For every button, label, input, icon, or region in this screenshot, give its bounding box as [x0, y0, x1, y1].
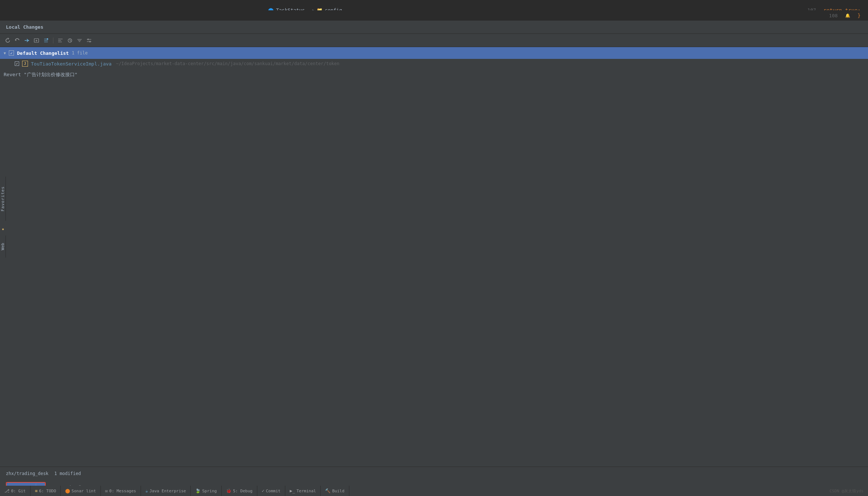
terminal-label: Terminal: [296, 489, 316, 493]
taskbar-messages[interactable]: ✉ 0: Messages: [101, 486, 141, 496]
changelist-checkbox[interactable]: [9, 50, 14, 56]
taskbar: ⎇ 0: Git ≡ 6: TODO ⬤ Sonar lint ✉ 0: Mes…: [0, 486, 868, 496]
favorites-label: Favorites: [0, 186, 5, 212]
watermark-text: CSDN @灰太狼yds: [829, 489, 864, 493]
java-enterprise-icon: ☕: [145, 488, 148, 493]
revert-text: Revert "广告计划出价修改接口": [4, 72, 77, 77]
refresh-icon: [5, 38, 11, 43]
taskbar-spring[interactable]: 🍃 Spring: [191, 486, 222, 496]
git-icon: ⎇: [4, 488, 10, 493]
git-label: 0: Git: [11, 489, 26, 493]
debug-label: 5: Debug: [233, 489, 253, 493]
changelist-name: Default Changelist: [17, 50, 69, 56]
commit-taskbar-label: Commit: [266, 489, 280, 493]
java-enterprise-label: Java Enterprise: [149, 489, 186, 493]
sonar-icon: ⬤: [65, 488, 70, 493]
messages-label: 0: Messages: [109, 489, 136, 493]
local-changes-panel: Local Changes: [0, 21, 868, 496]
spring-label: Spring: [202, 489, 217, 493]
taskbar-terminal[interactable]: ▶_ Terminal: [285, 486, 321, 496]
taskbar-todo[interactable]: ≡ 6: TODO: [31, 486, 61, 496]
watermark: CSDN @灰太狼yds: [825, 488, 868, 494]
status-bar-top: zhx/trading_desk 1 modified: [0, 467, 868, 480]
default-changelist-row[interactable]: ▼ Default Changelist 1 file: [0, 47, 868, 59]
refresh-button[interactable]: [4, 36, 12, 45]
todo-label: 6: TODO: [39, 489, 56, 493]
debug-icon: 🐞: [226, 488, 232, 493]
code-content-108: }: [858, 13, 861, 18]
build-icon: 🔨: [325, 488, 331, 493]
shelf-button[interactable]: [42, 36, 50, 45]
file-row[interactable]: J TouTiaoTokenServiceImpl.java ~/IdeaPro…: [0, 59, 868, 68]
view-options-icon: [86, 38, 92, 43]
file-checkbox[interactable]: [15, 61, 19, 66]
separator-1: [53, 38, 53, 43]
new-changelist-button[interactable]: [32, 36, 40, 45]
undo-icon: [14, 38, 20, 43]
revert-message: Revert "广告计划出价修改接口": [0, 68, 868, 81]
star-icon: ★: [1, 226, 4, 231]
collapse-arrow: ▼: [4, 51, 6, 55]
java-file-icon: J: [22, 61, 28, 67]
shelf-icon: [43, 38, 49, 43]
panel-header: Local Changes: [0, 21, 868, 34]
code-line-108: 108 🔔 }: [827, 13, 861, 18]
toolbar: [0, 34, 868, 47]
sonar-label: Sonar lint: [71, 489, 96, 493]
line-num-108: 108: [827, 13, 838, 18]
changelist-area: ▼ Default Changelist 1 file J TouTiaoTok…: [0, 47, 868, 467]
local-changes-title: Local Changes: [6, 24, 43, 30]
web-label: Web: [0, 243, 5, 250]
web-sidebar[interactable]: Web: [0, 235, 6, 258]
modified-count: 1 modified: [54, 471, 81, 476]
star-icon-area[interactable]: ★: [0, 224, 6, 233]
todo-icon: ≡: [35, 488, 38, 493]
svg-point-1: [47, 38, 48, 40]
undo-button[interactable]: [13, 36, 21, 45]
taskbar-java-enterprise[interactable]: ☕ Java Enterprise: [141, 486, 191, 496]
favorites-sidebar[interactable]: Favorites: [0, 177, 6, 221]
taskbar-sonar[interactable]: ⬤ Sonar lint: [61, 486, 100, 496]
file-path: ~/IdeaProjects/market-data-center/src/ma…: [116, 61, 339, 66]
svg-point-3: [88, 39, 89, 40]
changelist-count: 1 file: [72, 50, 88, 56]
expand-all-icon: [57, 38, 63, 43]
bell-gutter: 🔔: [845, 13, 850, 18]
group-by-button[interactable]: [66, 36, 74, 45]
new-changelist-icon: [33, 38, 39, 43]
taskbar-debug[interactable]: 🐞 5: Debug: [222, 486, 257, 496]
expand-all-button[interactable]: [56, 36, 64, 45]
spring-icon: 🍃: [195, 488, 201, 493]
commit-icon: ✓: [262, 488, 264, 493]
terminal-icon: ▶_: [290, 488, 295, 493]
move-changes-button[interactable]: [23, 36, 31, 45]
file-name: TouTiaoTokenServiceImpl.java: [31, 61, 112, 67]
code-line-108-row: 108 🔔 }: [261, 10, 868, 21]
branch-name: zhx/trading_desk: [6, 471, 49, 476]
view-options-button[interactable]: [85, 36, 93, 45]
sort-icon: [77, 38, 82, 43]
taskbar-commit[interactable]: ✓ Commit: [257, 486, 285, 496]
taskbar-git[interactable]: ⎇ 0: Git: [0, 486, 31, 496]
taskbar-build[interactable]: 🔨 Build: [321, 486, 349, 496]
svg-point-4: [89, 41, 91, 42]
move-changes-icon: [24, 38, 30, 43]
build-label: Build: [332, 489, 344, 493]
sort-button[interactable]: [75, 36, 84, 45]
group-by-icon: [67, 38, 73, 43]
messages-icon: ✉: [105, 488, 108, 493]
